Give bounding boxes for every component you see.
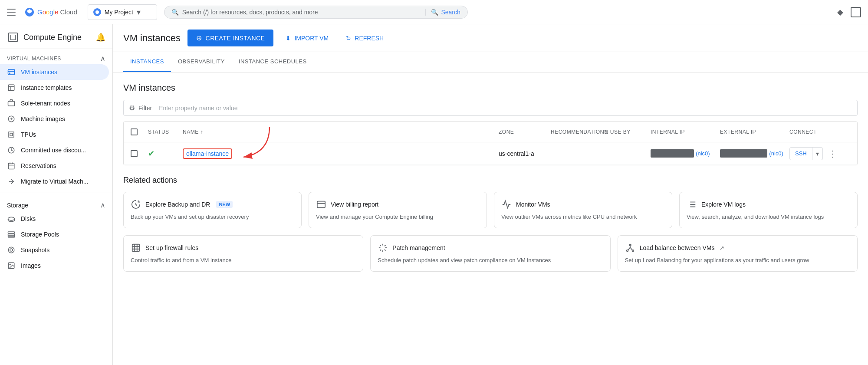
table-row: ✔ ollama-instance [124, 142, 857, 165]
project-selector[interactable]: My Project ▾ [88, 4, 157, 20]
svg-point-28 [629, 244, 631, 246]
snapshots-label: Snapshots [21, 247, 49, 253]
external-nic-link[interactable]: (nic0) [769, 150, 783, 157]
import-icon: ⬇ [286, 35, 291, 42]
external-ip-masked: ███████████ [720, 149, 767, 158]
ssh-dropdown-icon[interactable]: ▾ [812, 148, 822, 160]
loadbalance-card-title: Load balance between VMs [640, 244, 715, 251]
migrate-label: Migrate to Virtual Mach... [21, 178, 88, 185]
svg-rect-2 [9, 73, 10, 74]
sidebar-item-committed-use[interactable]: Committed use discou... [0, 142, 109, 158]
row-checkbox-cell[interactable] [131, 150, 148, 157]
svg-point-14 [8, 247, 14, 253]
tab-instance-schedules[interactable]: INSTANCE SCHEDULES [232, 52, 314, 72]
internal-nic-link[interactable]: (nic0) [696, 150, 710, 157]
apps-icon[interactable] [851, 7, 861, 17]
sidebar-item-machine-images[interactable]: Machine images [0, 111, 109, 127]
search-bar[interactable]: 🔍 🔍 Search [164, 6, 468, 19]
notification-bell-icon[interactable]: 🔔 [96, 33, 105, 42]
action-card-billing-header: View billing report [316, 199, 480, 210]
table-header-row: Status Name ↑ Zone Recommendations In us… [124, 122, 857, 142]
sidebar-item-instance-templates[interactable]: Instance templates [0, 80, 109, 95]
svg-rect-9 [8, 163, 14, 169]
action-card-backup[interactable]: Explore Backup and DR NEW Back up your V… [123, 192, 302, 228]
action-card-firewall[interactable]: Set up firewall rules Control traffic to… [123, 235, 363, 272]
migrate-icon [7, 177, 16, 186]
sidebar-item-migrate[interactable]: Migrate to Virtual Mach... [0, 174, 109, 189]
select-all-checkbox[interactable] [131, 128, 138, 135]
machine-images-icon [7, 115, 16, 123]
header-name[interactable]: Name ↑ [183, 129, 499, 135]
logs-card-desc: View, search, analyze, and download VM i… [687, 213, 850, 221]
svg-point-10 [8, 217, 15, 220]
header-in-use-by: In use by [603, 129, 651, 135]
action-card-logs[interactable]: Explore VM logs View, search, analyze, a… [679, 192, 858, 228]
search-input[interactable] [182, 9, 422, 16]
create-icon: ⊕ [196, 34, 202, 42]
instance-name-link[interactable]: ollama-instance [183, 148, 232, 159]
sidebar-item-tpus[interactable]: TPUs [0, 127, 109, 142]
sidebar-header: Compute Engine 🔔 [0, 24, 112, 49]
create-instance-button[interactable]: ⊕ CREATE INSTANCE [187, 30, 273, 46]
action-card-billing[interactable]: View billing report View and manage your… [309, 192, 487, 228]
import-vm-button[interactable]: ⬇ IMPORT VM [280, 31, 334, 45]
sidebar-item-vm-instances[interactable]: VM instances [0, 64, 109, 80]
sidebar-item-storage-pools[interactable]: Storage Pools [0, 227, 109, 242]
header-external-ip: External IP [720, 129, 789, 135]
header-recommendations: Recommendations [551, 129, 603, 135]
backup-icon [131, 199, 141, 210]
action-card-monitor[interactable]: Monitor VMs View outlier VMs across metr… [494, 192, 672, 228]
ai-icon[interactable]: ◆ [835, 7, 845, 17]
storage-section-header: Storage ∧ [0, 197, 112, 211]
virtual-machines-section: Virtual machines ∧ [0, 49, 112, 64]
search-btn-icon: 🔍 [431, 9, 438, 16]
tabs-bar: INSTANCES OBSERVABILITY INSTANCE SCHEDUL… [113, 52, 868, 72]
sidebar-item-reservations[interactable]: Reservations [0, 158, 109, 174]
status-running-icon: ✔ [148, 149, 155, 158]
committed-use-icon [7, 146, 16, 155]
billing-card-title: View billing report [331, 201, 378, 208]
refresh-button[interactable]: ↻ REFRESH [341, 31, 389, 45]
filter-icon: ⚙ [129, 104, 135, 112]
svg-rect-12 [8, 234, 15, 236]
hamburger-menu[interactable] [7, 7, 17, 17]
action-card-patch-header: Patch management [378, 243, 603, 253]
tab-observability[interactable]: OBSERVABILITY [171, 52, 232, 72]
tab-instances[interactable]: INSTANCES [123, 52, 171, 72]
filter-placeholder: Enter property name or value [159, 105, 237, 112]
search-icon: 🔍 [171, 9, 179, 16]
svg-point-30 [632, 250, 634, 252]
search-button[interactable]: 🔍 Search [425, 9, 460, 16]
svg-point-17 [10, 264, 10, 265]
virtual-machines-label: Virtual machines [7, 56, 61, 62]
storage-section-chevron-icon[interactable]: ∧ [100, 201, 105, 209]
tpus-label: TPUs [21, 131, 36, 138]
vm-section-chevron-icon[interactable]: ∧ [100, 54, 105, 62]
row-internal-ip-cell: ██████████ (nic0) [651, 149, 720, 158]
content-area: VM instances ⊕ CREATE INSTANCE ⬇ IMPORT … [113, 24, 868, 365]
row-checkbox[interactable] [131, 150, 138, 157]
row-more-options-icon[interactable]: ⋮ [825, 147, 840, 161]
header-checkbox[interactable] [131, 128, 148, 135]
committed-use-label: Committed use discou... [21, 147, 86, 154]
sidebar-item-sole-tenant[interactable]: Sole-tenant nodes [0, 95, 109, 111]
instances-section-title: VM instances [123, 83, 858, 93]
sidebar-item-snapshots[interactable]: Snapshots [0, 242, 109, 258]
related-actions-row2: Set up firewall rules Control traffic to… [123, 235, 858, 272]
action-card-loadbalance[interactable]: Load balance between VMs ↗ Set up Load B… [618, 235, 858, 272]
action-card-patch[interactable]: Patch management Schedule patch updates … [370, 235, 610, 272]
firewall-card-title: Set up firewall rules [145, 244, 198, 251]
ssh-button[interactable]: SSH ▾ [789, 147, 823, 160]
refresh-icon: ↻ [346, 35, 351, 42]
svg-rect-0 [8, 69, 15, 75]
main-layout: Compute Engine 🔔 Virtual machines ∧ VM i… [0, 24, 868, 365]
sidebar: Compute Engine 🔔 Virtual machines ∧ VM i… [0, 24, 113, 365]
filter-bar[interactable]: ⚙ Filter Enter property name or value [123, 100, 858, 116]
ssh-text[interactable]: SSH [790, 148, 812, 159]
content-body: VM instances ⚙ Filter Enter property nam… [113, 72, 868, 365]
sidebar-item-disks[interactable]: Disks [0, 211, 109, 227]
action-card-backup-header: Explore Backup and DR NEW [131, 199, 294, 210]
tpus-icon [7, 130, 16, 139]
billing-icon [316, 199, 326, 210]
sidebar-item-images[interactable]: Images [0, 258, 109, 273]
